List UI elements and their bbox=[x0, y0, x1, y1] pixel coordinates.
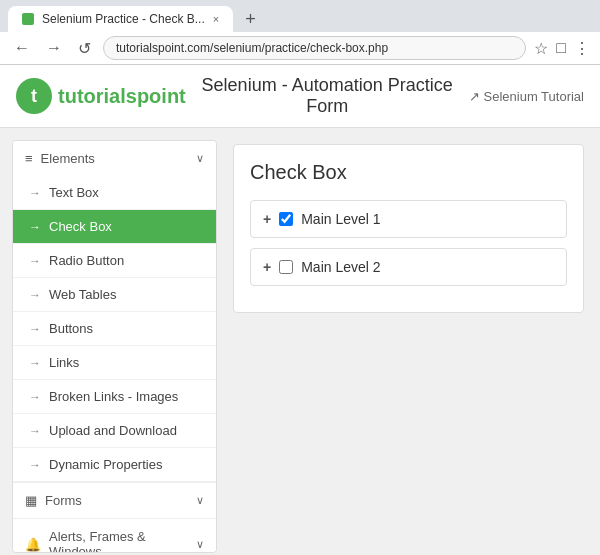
sidebar-item-upload-download[interactable]: → Upload and Download bbox=[13, 414, 216, 448]
arrow-icon-check-box: → bbox=[29, 220, 41, 234]
arrow-icon-broken-links: → bbox=[29, 390, 41, 404]
browser-tab[interactable]: Selenium Practice - Check B... × bbox=[8, 6, 233, 32]
sidebar-section-alerts: 🔔 Alerts, Frames & Windows ∨ bbox=[13, 519, 216, 553]
forms-label: Forms bbox=[45, 493, 82, 508]
page-header: t tutorialspoint Selenium - Automation P… bbox=[0, 65, 600, 128]
checkbox-label-1: Main Level 1 bbox=[301, 211, 380, 227]
url-input[interactable] bbox=[103, 36, 526, 60]
checkbox-row-1: + Main Level 1 bbox=[250, 200, 567, 238]
content-area: Check Box + Main Level 1 + Main Level 2 bbox=[217, 128, 600, 555]
logo-text: tutorialspoint bbox=[58, 85, 186, 108]
elements-icon: ≡ bbox=[25, 151, 33, 166]
tab-title: Selenium Practice - Check B... bbox=[42, 12, 205, 26]
sidebar-section-elements-header[interactable]: ≡ Elements ∨ bbox=[13, 141, 216, 176]
menu-icon[interactable]: ⋮ bbox=[574, 39, 590, 58]
sidebar-item-web-tables[interactable]: → Web Tables bbox=[13, 278, 216, 312]
tutorial-link[interactable]: ↗ Selenium Tutorial bbox=[469, 89, 584, 104]
arrow-icon-text-box: → bbox=[29, 186, 41, 200]
content-title: Check Box bbox=[250, 161, 567, 184]
sidebar-item-radio-button[interactable]: → Radio Button bbox=[13, 244, 216, 278]
main-container: ≡ Elements ∨ → Text Box → Check Box → Ra… bbox=[0, 128, 600, 555]
arrow-icon-links: → bbox=[29, 356, 41, 370]
elements-chevron: ∨ bbox=[196, 152, 204, 165]
arrow-icon-web-tables: → bbox=[29, 288, 41, 302]
forms-icon: ▦ bbox=[25, 493, 37, 508]
sidebar-section-forms-header[interactable]: ▦ Forms ∨ bbox=[13, 483, 216, 518]
toolbar-icons: ☆ □ ⋮ bbox=[534, 39, 590, 58]
sidebar-section-elements: ≡ Elements ∨ → Text Box → Check Box → Ra… bbox=[13, 141, 216, 483]
logo: t tutorialspoint bbox=[16, 78, 186, 114]
sidebar-item-check-box[interactable]: → Check Box bbox=[13, 210, 216, 244]
tutorial-link-text: Selenium Tutorial bbox=[484, 89, 584, 104]
forms-chevron: ∨ bbox=[196, 494, 204, 507]
external-link-icon: ↗ bbox=[469, 89, 480, 104]
upload-download-label: Upload and Download bbox=[49, 423, 177, 438]
sidebar-section-alerts-header[interactable]: 🔔 Alerts, Frames & Windows ∨ bbox=[13, 519, 216, 553]
radio-button-label: Radio Button bbox=[49, 253, 124, 268]
sidebar-section-forms: ▦ Forms ∨ bbox=[13, 483, 216, 519]
page-title: Selenium - Automation Practice Form bbox=[198, 75, 457, 117]
check-box-label: Check Box bbox=[49, 219, 112, 234]
logo-icon: t bbox=[16, 78, 52, 114]
checkbox-label-2: Main Level 2 bbox=[301, 259, 380, 275]
expand-button-1[interactable]: + bbox=[263, 211, 271, 227]
logo-letter: t bbox=[31, 86, 37, 107]
checkbox-row-2: + Main Level 2 bbox=[250, 248, 567, 286]
buttons-label: Buttons bbox=[49, 321, 93, 336]
address-bar: ← → ↺ ☆ □ ⋮ bbox=[0, 32, 600, 65]
text-box-label: Text Box bbox=[49, 185, 99, 200]
sidebar-item-text-box[interactable]: → Text Box bbox=[13, 176, 216, 210]
sidebar-item-dynamic-properties[interactable]: → Dynamic Properties bbox=[13, 448, 216, 482]
arrow-icon-upload: → bbox=[29, 424, 41, 438]
checkbox-main1[interactable] bbox=[279, 212, 293, 226]
new-tab-button[interactable]: + bbox=[237, 6, 264, 32]
sidebar: ≡ Elements ∨ → Text Box → Check Box → Ra… bbox=[12, 140, 217, 553]
forward-button[interactable]: → bbox=[42, 37, 66, 59]
alerts-chevron: ∨ bbox=[196, 538, 204, 551]
elements-label: Elements bbox=[41, 151, 95, 166]
expand-button-2[interactable]: + bbox=[263, 259, 271, 275]
tab-close-button[interactable]: × bbox=[213, 13, 219, 25]
back-button[interactable]: ← bbox=[10, 37, 34, 59]
bookmark-icon[interactable]: ☆ bbox=[534, 39, 548, 58]
arrow-icon-buttons: → bbox=[29, 322, 41, 336]
links-label: Links bbox=[49, 355, 79, 370]
arrow-icon-dynamic: → bbox=[29, 458, 41, 472]
web-tables-label: Web Tables bbox=[49, 287, 116, 302]
dynamic-properties-label: Dynamic Properties bbox=[49, 457, 162, 472]
logo-text-plain: tutorials bbox=[58, 85, 137, 107]
sidebar-item-buttons[interactable]: → Buttons bbox=[13, 312, 216, 346]
tab-favicon bbox=[22, 13, 34, 25]
reload-button[interactable]: ↺ bbox=[74, 37, 95, 60]
content-box: Check Box + Main Level 1 + Main Level 2 bbox=[233, 144, 584, 313]
extensions-icon[interactable]: □ bbox=[556, 39, 566, 58]
sidebar-item-broken-links[interactable]: → Broken Links - Images bbox=[13, 380, 216, 414]
alerts-icon: 🔔 bbox=[25, 537, 41, 552]
logo-text-accent: point bbox=[137, 85, 186, 107]
checkbox-main2[interactable] bbox=[279, 260, 293, 274]
alerts-label: Alerts, Frames & Windows bbox=[49, 529, 196, 553]
sidebar-item-links[interactable]: → Links bbox=[13, 346, 216, 380]
broken-links-label: Broken Links - Images bbox=[49, 389, 178, 404]
arrow-icon-radio: → bbox=[29, 254, 41, 268]
